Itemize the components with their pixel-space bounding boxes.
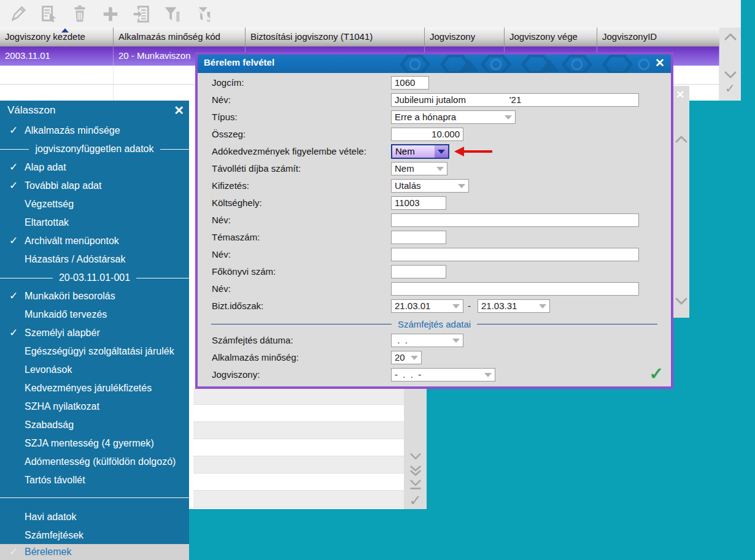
sidebar-item-levonasok[interactable]: Levonások (0, 361, 189, 379)
chevron-down-icon[interactable] (449, 334, 463, 347)
dialog-titlebar: Bérelem felvétel ✕ (198, 55, 671, 73)
confirm-icon[interactable]: ✓ (725, 82, 735, 94)
chevron-down-icon[interactable] (449, 300, 463, 312)
chevron-down-icon[interactable] (408, 351, 421, 364)
accept-icon[interactable]: ✓ (409, 492, 421, 509)
koltseghely-input[interactable]: 11003 (391, 196, 446, 210)
sidebar-item-szja-mentesseg[interactable]: SZJA mentesség (4 gyermek) (0, 434, 189, 453)
sidebar-item-havi-adatok[interactable]: Havi adatok (0, 508, 189, 526)
copy-record-icon[interactable] (130, 4, 152, 25)
temaszam-input[interactable] (391, 231, 446, 244)
close-icon[interactable]: ✕ (174, 103, 184, 118)
sidebar-item-egeszsegugyi-jarulek[interactable]: Egészségügyi szolgáltatási járulék (0, 342, 189, 361)
select-record-icon[interactable] (38, 4, 60, 25)
scroll-down-icon[interactable] (675, 296, 688, 307)
form-row: Témaszám: (198, 231, 671, 244)
scroll-up-icon[interactable] (723, 31, 738, 43)
sidebar-item-eltartottak[interactable]: Eltartottak (0, 213, 189, 232)
sidebar-item-label: További alap adat (25, 177, 101, 195)
scroll-up-icon[interactable] (675, 134, 688, 145)
close-icon[interactable]: ✕ (655, 56, 665, 70)
sidebar-item-kedvezmenyes-jarulekfizetes[interactable]: Kedvezményes járulékfizetés (0, 379, 189, 397)
column-header-biztositasi-jogviszony[interactable]: Biztosítási jogviszony (T1041) (246, 28, 425, 46)
form-row: Kifizetés: Utalás (198, 179, 671, 193)
osszeg-input[interactable]: 10.000 (391, 128, 463, 141)
sidebar-group-separator: jogviszonyfüggetlen adatok (0, 140, 189, 158)
sidebar-item-label: Számfejtések (25, 526, 83, 545)
chevron-down-icon[interactable] (435, 145, 448, 158)
kifizetes-select[interactable]: Utalás (391, 179, 469, 193)
field-label: Adókedvezmények figyelembe vétele: (212, 145, 366, 158)
temaszam-nev-input[interactable] (391, 248, 639, 261)
panel-title: Válasszon (7, 104, 55, 117)
tipus-select[interactable]: Erre a hónapra (391, 110, 516, 124)
sidebar-item-label: Tartós távollét (25, 471, 85, 489)
koltseghely-nev-input[interactable] (391, 213, 639, 227)
separator-label: jogviszonyfüggetlen adatok (29, 144, 160, 155)
sidebar-divider (0, 497, 189, 498)
next-row-icon[interactable] (408, 450, 424, 462)
column-header-jogviszony-vege[interactable]: Jogviszony vége (505, 28, 597, 46)
column-header-jogviszony[interactable]: Jogviszony (425, 28, 505, 46)
fokonyvi-nev-input[interactable] (391, 282, 639, 296)
edit-icon[interactable] (7, 4, 29, 25)
sidebar-item-archivalt-menupontok[interactable]: ✓ Archivált menüpontok (0, 232, 189, 250)
chevron-down-icon[interactable] (536, 300, 549, 312)
clear-filter-icon[interactable] (192, 4, 214, 25)
sidebar-item-szamfejtesek[interactable]: Számfejtések (0, 526, 189, 545)
field-label: Jogviszony: (212, 368, 260, 382)
confirm-button[interactable]: ✓ (649, 364, 664, 384)
hidden-panel-edge: ✕ (673, 86, 689, 318)
field-label: Név: (212, 282, 231, 296)
sidebar-item-szabadsag[interactable]: Szabadság (0, 416, 189, 434)
chevron-down-icon[interactable] (501, 111, 515, 123)
sidebar-item-adomentesseg[interactable]: Adómentesség (külföldön dolgozó) (0, 453, 189, 471)
fokonyvi-szam-input[interactable] (391, 265, 446, 278)
szamfejtes-datum-select[interactable]: . . (391, 334, 463, 347)
filter-icon[interactable] (161, 4, 183, 25)
sidebar-item-berelemek[interactable]: ✓ Bérelemek (0, 544, 189, 560)
sidebar-item-label: Szabadság (25, 416, 74, 434)
tavolleti-select[interactable]: Nem (391, 162, 447, 175)
form-row: Költséghely: 11003 (198, 196, 671, 210)
jogcim-input[interactable]: 1060 (391, 76, 429, 90)
sidebar-item-alap-adat[interactable]: ✓ Alap adat (0, 158, 189, 177)
sidebar-item-tovabbi-alap-adat[interactable]: ✓ További alap adat (0, 177, 189, 195)
bizt-idoszak-end-select[interactable]: 21.03.31 (478, 299, 550, 313)
form-row: Jogcím: 1060 (198, 76, 671, 90)
sidebar-item-hazastars-adostarsak[interactable]: Házastárs / Adóstársak (0, 250, 189, 269)
sidebar-item-label: Alkalmazás minősége (25, 121, 120, 140)
sidebar-item-tartos-tavollet[interactable]: Tartós távollét (0, 471, 189, 489)
last-row-icon[interactable] (408, 478, 424, 491)
chevron-down-icon[interactable] (481, 369, 495, 381)
alkalmazas-minoseg-select[interactable]: 20 (391, 351, 422, 364)
select-value: Nem (392, 163, 433, 175)
sidebar-item-alkalmazas-minosege[interactable]: ✓ Alkalmazás minősége (0, 121, 189, 140)
sidebar-item-label: Havi adatok (25, 508, 77, 526)
list-rows-area[interactable] (193, 388, 404, 509)
form-row: Alkalmazás minőség: 20 (198, 351, 671, 364)
next-page-icon[interactable] (408, 465, 424, 477)
scroll-down-icon[interactable] (723, 69, 738, 81)
grid-toolbar (0, 0, 741, 28)
sidebar-item-szha-nyilatkozat[interactable]: SZHA nyilatkozat (0, 397, 189, 416)
bizt-idoszak-start-select[interactable]: 21.03.01 (391, 299, 463, 313)
field-label: Név: (212, 248, 231, 261)
sidebar-item-label: Levonások (25, 361, 72, 379)
chevron-down-icon[interactable] (433, 163, 447, 175)
column-header-jogviszony-kezdete[interactable]: Jogviszony kezdete (0, 28, 114, 46)
delete-icon[interactable] (69, 4, 91, 25)
form-row: Jogviszony: - . . - (198, 368, 671, 382)
adokedvezmeny-select[interactable]: Nem (391, 144, 449, 159)
sidebar-item-munkakori-besorolas[interactable]: ✓ Munkaköri besorolás (0, 287, 189, 305)
sidebar-item-vegzettseg[interactable]: Végzettség (0, 195, 189, 213)
add-icon[interactable] (99, 4, 122, 25)
column-header-jogviszonyid[interactable]: JogviszonyID (597, 28, 719, 46)
chevron-down-icon[interactable] (455, 180, 468, 192)
close-icon[interactable]: ✕ (676, 88, 684, 101)
sidebar-item-munkaido-tervezes[interactable]: Munkaidő tervezés (0, 305, 189, 324)
nev-input-1[interactable]: Jubileumi jutalom '21 (391, 93, 639, 107)
jogviszony-select[interactable]: - . . - (391, 368, 495, 382)
sidebar-item-szemelyi-alapber[interactable]: ✓ Személyi alapbér (0, 324, 189, 342)
column-header-alkalmazas-minoseg-kod[interactable]: Alkalmazás minőség kód (114, 28, 246, 46)
